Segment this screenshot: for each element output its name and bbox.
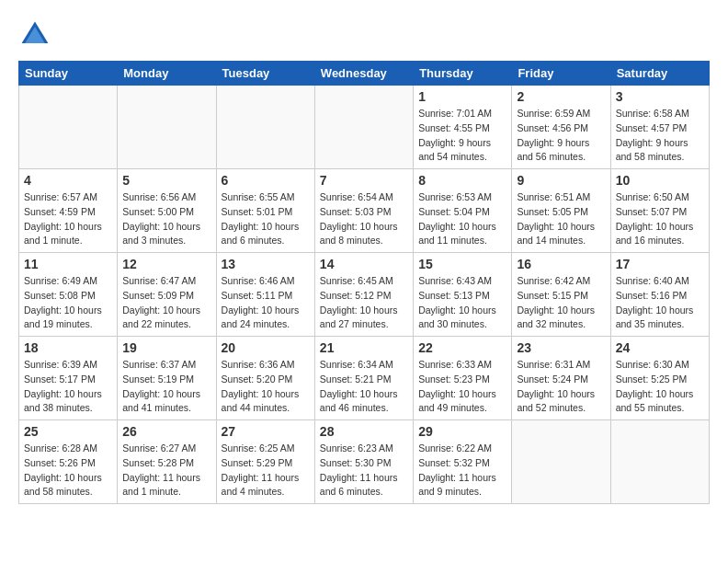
calendar-cell: 28Sunrise: 6:23 AMSunset: 5:30 PMDayligh… <box>314 420 413 504</box>
calendar-cell: 26Sunrise: 6:27 AMSunset: 5:28 PMDayligh… <box>118 420 216 504</box>
calendar-cell: 14Sunrise: 6:45 AMSunset: 5:12 PMDayligh… <box>314 253 413 337</box>
day-info: Sunrise: 6:50 AMSunset: 5:07 PMDaylight:… <box>616 190 704 248</box>
calendar-cell <box>118 86 216 169</box>
day-info: Sunrise: 6:51 AMSunset: 5:05 PMDaylight:… <box>517 190 605 248</box>
day-info: Sunrise: 6:22 AMSunset: 5:32 PMDaylight:… <box>418 442 506 500</box>
day-number: 15 <box>418 257 506 271</box>
day-number: 4 <box>24 173 112 188</box>
calendar-cell: 17Sunrise: 6:40 AMSunset: 5:16 PMDayligh… <box>610 253 709 337</box>
day-number: 29 <box>418 424 506 439</box>
day-info: Sunrise: 6:57 AMSunset: 4:59 PMDaylight:… <box>24 190 112 248</box>
day-info: Sunrise: 6:31 AMSunset: 5:24 PMDaylight:… <box>517 358 605 416</box>
day-number: 17 <box>616 257 704 271</box>
day-number: 23 <box>517 340 605 355</box>
day-info: Sunrise: 6:47 AMSunset: 5:09 PMDaylight:… <box>122 274 210 332</box>
day-number: 22 <box>418 340 506 355</box>
column-header-monday: Monday <box>118 62 216 86</box>
day-number: 26 <box>122 424 210 439</box>
day-number: 18 <box>24 340 112 355</box>
day-info: Sunrise: 6:49 AMSunset: 5:08 PMDaylight:… <box>24 274 112 332</box>
day-info: Sunrise: 6:54 AMSunset: 5:03 PMDaylight:… <box>320 190 408 248</box>
calendar-cell <box>512 420 610 504</box>
calendar-cell: 15Sunrise: 6:43 AMSunset: 5:13 PMDayligh… <box>414 253 512 337</box>
day-info: Sunrise: 6:42 AMSunset: 5:15 PMDaylight:… <box>517 274 605 332</box>
calendar-cell: 11Sunrise: 6:49 AMSunset: 5:08 PMDayligh… <box>19 253 118 337</box>
calendar-cell: 5Sunrise: 6:56 AMSunset: 5:00 PMDaylight… <box>118 169 216 253</box>
calendar-week-row: 18Sunrise: 6:39 AMSunset: 5:17 PMDayligh… <box>19 337 710 420</box>
day-number: 5 <box>122 173 210 188</box>
day-info: Sunrise: 6:40 AMSunset: 5:16 PMDaylight:… <box>616 274 704 332</box>
day-info: Sunrise: 6:37 AMSunset: 5:19 PMDaylight:… <box>122 358 210 416</box>
day-number: 20 <box>222 340 310 355</box>
calendar-table: SundayMondayTuesdayWednesdayThursdayFrid… <box>18 61 710 504</box>
day-number: 27 <box>222 424 310 439</box>
day-info: Sunrise: 6:58 AMSunset: 4:57 PMDaylight:… <box>616 107 704 165</box>
day-info: Sunrise: 6:46 AMSunset: 5:11 PMDaylight:… <box>222 274 310 332</box>
logo <box>18 18 57 52</box>
day-number: 3 <box>616 89 704 104</box>
day-number: 10 <box>616 173 704 188</box>
column-header-saturday: Saturday <box>610 62 709 86</box>
calendar-week-row: 4Sunrise: 6:57 AMSunset: 4:59 PMDaylight… <box>19 169 710 253</box>
calendar-cell: 27Sunrise: 6:25 AMSunset: 5:29 PMDayligh… <box>216 420 314 504</box>
calendar-cell <box>314 86 413 169</box>
day-info: Sunrise: 6:28 AMSunset: 5:26 PMDaylight:… <box>24 442 112 500</box>
day-number: 14 <box>320 257 408 271</box>
calendar-cell: 4Sunrise: 6:57 AMSunset: 4:59 PMDaylight… <box>19 169 118 253</box>
day-info: Sunrise: 6:25 AMSunset: 5:29 PMDaylight:… <box>222 442 310 500</box>
day-number: 19 <box>122 340 210 355</box>
day-number: 1 <box>418 89 506 104</box>
day-number: 13 <box>222 257 310 271</box>
calendar-cell: 22Sunrise: 6:33 AMSunset: 5:23 PMDayligh… <box>414 337 512 420</box>
calendar-cell: 13Sunrise: 6:46 AMSunset: 5:11 PMDayligh… <box>216 253 314 337</box>
day-info: Sunrise: 6:23 AMSunset: 5:30 PMDaylight:… <box>320 442 408 500</box>
calendar-cell: 1Sunrise: 7:01 AMSunset: 4:55 PMDaylight… <box>414 86 512 169</box>
calendar-cell: 12Sunrise: 6:47 AMSunset: 5:09 PMDayligh… <box>118 253 216 337</box>
calendar-cell: 19Sunrise: 6:37 AMSunset: 5:19 PMDayligh… <box>118 337 216 420</box>
day-info: Sunrise: 6:56 AMSunset: 5:00 PMDaylight:… <box>122 190 210 248</box>
calendar-cell <box>610 420 709 504</box>
day-info: Sunrise: 6:39 AMSunset: 5:17 PMDaylight:… <box>24 358 112 416</box>
column-header-thursday: Thursday <box>414 62 512 86</box>
calendar-week-row: 1Sunrise: 7:01 AMSunset: 4:55 PMDaylight… <box>19 86 710 169</box>
column-header-wednesday: Wednesday <box>314 62 413 86</box>
calendar-cell: 3Sunrise: 6:58 AMSunset: 4:57 PMDaylight… <box>610 86 709 169</box>
day-number: 8 <box>418 173 506 188</box>
calendar-cell: 29Sunrise: 6:22 AMSunset: 5:32 PMDayligh… <box>414 420 512 504</box>
calendar-cell: 20Sunrise: 6:36 AMSunset: 5:20 PMDayligh… <box>216 337 314 420</box>
day-number: 7 <box>320 173 408 188</box>
day-number: 11 <box>24 257 112 271</box>
calendar-cell <box>19 86 118 169</box>
calendar-cell <box>216 86 314 169</box>
calendar-header-row: SundayMondayTuesdayWednesdayThursdayFrid… <box>19 62 710 86</box>
calendar-cell: 21Sunrise: 6:34 AMSunset: 5:21 PMDayligh… <box>314 337 413 420</box>
calendar-cell: 9Sunrise: 6:51 AMSunset: 5:05 PMDaylight… <box>512 169 610 253</box>
calendar-cell: 24Sunrise: 6:30 AMSunset: 5:25 PMDayligh… <box>610 337 709 420</box>
day-info: Sunrise: 6:53 AMSunset: 5:04 PMDaylight:… <box>418 190 506 248</box>
day-number: 24 <box>616 340 704 355</box>
calendar-week-row: 11Sunrise: 6:49 AMSunset: 5:08 PMDayligh… <box>19 253 710 337</box>
column-header-friday: Friday <box>512 62 610 86</box>
day-number: 21 <box>320 340 408 355</box>
day-number: 16 <box>517 257 605 271</box>
day-info: Sunrise: 6:34 AMSunset: 5:21 PMDaylight:… <box>320 358 408 416</box>
day-number: 2 <box>517 89 605 104</box>
day-info: Sunrise: 6:43 AMSunset: 5:13 PMDaylight:… <box>418 274 506 332</box>
calendar-cell: 8Sunrise: 6:53 AMSunset: 5:04 PMDaylight… <box>414 169 512 253</box>
day-number: 6 <box>222 173 310 188</box>
day-info: Sunrise: 6:30 AMSunset: 5:25 PMDaylight:… <box>616 358 704 416</box>
page-header <box>18 18 710 52</box>
calendar-cell: 6Sunrise: 6:55 AMSunset: 5:01 PMDaylight… <box>216 169 314 253</box>
logo-icon <box>18 18 51 52</box>
calendar-cell: 16Sunrise: 6:42 AMSunset: 5:15 PMDayligh… <box>512 253 610 337</box>
day-info: Sunrise: 6:27 AMSunset: 5:28 PMDaylight:… <box>122 442 210 500</box>
day-number: 28 <box>320 424 408 439</box>
calendar-cell: 2Sunrise: 6:59 AMSunset: 4:56 PMDaylight… <box>512 86 610 169</box>
column-header-tuesday: Tuesday <box>216 62 314 86</box>
day-info: Sunrise: 6:36 AMSunset: 5:20 PMDaylight:… <box>222 358 310 416</box>
calendar-cell: 25Sunrise: 6:28 AMSunset: 5:26 PMDayligh… <box>19 420 118 504</box>
calendar-cell: 18Sunrise: 6:39 AMSunset: 5:17 PMDayligh… <box>19 337 118 420</box>
day-info: Sunrise: 6:55 AMSunset: 5:01 PMDaylight:… <box>222 190 310 248</box>
day-info: Sunrise: 6:33 AMSunset: 5:23 PMDaylight:… <box>418 358 506 416</box>
column-header-sunday: Sunday <box>19 62 118 86</box>
